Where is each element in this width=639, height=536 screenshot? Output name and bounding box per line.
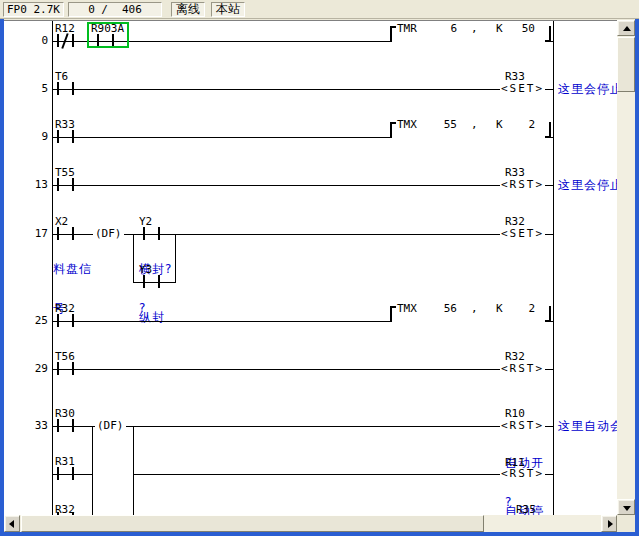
rung9-contact-r33-label: R33 [55, 120, 75, 130]
rung29-line [52, 369, 553, 370]
rung13-right-comment: 这里会停止 [558, 179, 617, 192]
rung33-df-instruction[interactable]: (DF) [95, 420, 126, 432]
rung29-rst-coil[interactable]: <RST> [500, 363, 545, 375]
rung9-tmx-op[interactable]: TMX [397, 120, 417, 130]
rung13-line [52, 185, 553, 186]
rung17-contact-y2-label: Y2 [139, 217, 152, 227]
rung25-line [52, 321, 392, 322]
scrollbar-corner [617, 515, 635, 532]
rung9-tmx-num[interactable]: 55 [417, 120, 457, 130]
rung-number-29: 29 [28, 363, 48, 374]
rung-number-13: 13 [28, 179, 48, 190]
rung25-tmx-sep: , [471, 304, 478, 314]
instruction-bracket-left [390, 26, 396, 42]
scroll-left-button[interactable] [4, 515, 20, 532]
instruction-bracket-right [545, 26, 551, 42]
scroll-up-button[interactable] [617, 20, 635, 36]
rung17-df-instruction[interactable]: (DF) [93, 228, 124, 240]
fpwin-plc-window: FP0 2.7K 0 / 406 离线 本站 0 5 9 13 17 25 29… [0, 0, 639, 536]
scroll-down-icon [623, 506, 631, 511]
instruction-bracket-left [390, 306, 396, 322]
rung0-tmr-sep: , [471, 24, 478, 34]
contact-pole[interactable] [72, 419, 74, 432]
step-current: 0 / [88, 3, 108, 16]
rung33-output2-line [133, 474, 553, 475]
contact-pole[interactable] [72, 82, 74, 95]
rung5-line [52, 89, 553, 90]
or-junction-rail [92, 426, 93, 515]
rung0-tmr-num[interactable]: 6 [417, 24, 457, 34]
plc-type-box: FP0 2.7K [3, 2, 64, 17]
contact-pole[interactable] [72, 34, 74, 47]
rung33-contact-r30-label: R30 [55, 409, 75, 419]
step-counter-box: 0 / 406 [68, 2, 162, 17]
contact-pole[interactable] [57, 82, 59, 95]
contact-pole[interactable] [57, 34, 59, 47]
rung5-right-comment: 这里会停止 [558, 83, 617, 96]
contact-pole[interactable] [72, 130, 74, 143]
rung25-tmx-op[interactable]: TMX [397, 304, 417, 314]
rung-number-5: 5 [28, 83, 48, 94]
rung33-contact-r31-label: R31 [55, 457, 75, 467]
contact-pole[interactable] [57, 314, 59, 327]
ladder-canvas[interactable]: 0 5 9 13 17 25 29 33 R12 R903A TMR 6 , K… [4, 20, 617, 515]
rung33-coil-r10-label: R10 [505, 409, 525, 419]
rung9-tmx-val[interactable]: 2 [495, 120, 535, 130]
contact-pole[interactable] [57, 178, 59, 191]
instruction-bracket-left [390, 122, 396, 138]
scroll-right-button[interactable] [601, 515, 617, 532]
rung-number-33: 33 [28, 420, 48, 431]
rung-number-9: 9 [28, 131, 48, 142]
step-total: 406 [122, 3, 142, 16]
instruction-bracket-right [545, 122, 551, 138]
rung25-tmx-val[interactable]: 2 [495, 304, 535, 314]
rung13-contact-t55-label: T55 [55, 168, 75, 178]
scroll-up-icon [623, 26, 631, 31]
contact-pole[interactable] [72, 467, 74, 480]
contact-pole[interactable] [57, 419, 59, 432]
rung9-tmx-sep: , [471, 120, 478, 130]
scroll-down-button[interactable] [617, 499, 635, 515]
rung-number-25: 25 [28, 315, 48, 326]
rung0-tmr-op[interactable]: TMR [397, 24, 417, 34]
instruction-bracket-right [545, 306, 551, 322]
contact-pole[interactable] [72, 314, 74, 327]
branch-rail [133, 234, 134, 283]
rung17-y3-comment: 纵封 [139, 285, 178, 350]
rung33-right-comment: 这里自动会 [558, 420, 617, 433]
horizontal-scrollbar-thumb[interactable] [21, 515, 484, 532]
rung13-coil-label: R33 [505, 168, 525, 178]
contact-pole[interactable] [57, 362, 59, 375]
rung17-branch-line [133, 282, 176, 283]
scroll-right-icon [608, 520, 613, 528]
contact-pole[interactable] [57, 130, 59, 143]
rung9-line [52, 137, 392, 138]
horizontal-scrollbar[interactable] [4, 515, 617, 532]
rung-number-0: 0 [28, 35, 48, 46]
status-toolbar: FP0 2.7K 0 / 406 离线 本站 [0, 0, 639, 19]
rung5-coil-label: R33 [505, 72, 525, 82]
rung33-line [52, 426, 553, 427]
rung17-set-coil[interactable]: <SET> [500, 228, 545, 240]
vertical-scrollbar[interactable] [617, 20, 635, 515]
scroll-left-icon [9, 520, 14, 528]
rung25-tmx-num[interactable]: 56 [417, 304, 457, 314]
edit-cursor-highlight [87, 22, 129, 48]
contact-pole[interactable] [72, 362, 74, 375]
station-box-local[interactable]: 本站 [211, 2, 245, 17]
rung17-coil-label: R32 [505, 217, 525, 227]
contact-pole[interactable] [57, 467, 59, 480]
rung5-set-coil[interactable]: <SET> [500, 83, 545, 95]
vertical-scrollbar-thumb[interactable] [617, 37, 635, 92]
rung25-contact-r32-label: R32 [55, 304, 75, 314]
rung29-coil-label: R32 [505, 352, 525, 362]
rung17-line [52, 234, 553, 235]
rung-number-17: 17 [28, 228, 48, 239]
rung17-contact-y3-label: Y3 [139, 265, 152, 275]
rung0-tmr-val[interactable]: 50 [495, 24, 535, 34]
editor-client-area: 0 5 9 13 17 25 29 33 R12 R903A TMR 6 , K… [4, 19, 635, 532]
rung33-coil-r35-label: R35 [516, 505, 536, 515]
rung13-rst-coil[interactable]: <RST> [500, 179, 545, 191]
mode-box-offline[interactable]: 离线 [171, 2, 205, 17]
contact-pole[interactable] [72, 178, 74, 191]
